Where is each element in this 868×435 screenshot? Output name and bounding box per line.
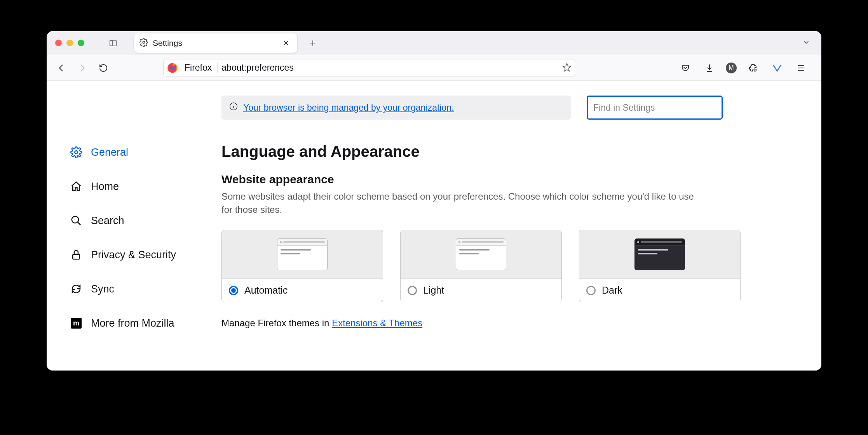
managed-org-link[interactable]: Your browser is being managed by your or… xyxy=(243,103,454,113)
radio-icon xyxy=(586,286,596,295)
bookmark-star-button[interactable] xyxy=(562,63,572,73)
svg-rect-7 xyxy=(73,254,80,259)
url-bar[interactable]: Firefox about:preferences xyxy=(163,59,575,77)
vimium-icon[interactable] xyxy=(769,60,785,76)
radio-icon xyxy=(408,286,417,295)
tab-settings[interactable]: Settings ✕ xyxy=(134,33,297,53)
svg-rect-0 xyxy=(110,40,117,46)
sidebar-item-more-mozilla[interactable]: m More from Mozilla xyxy=(70,306,210,340)
svg-point-2 xyxy=(143,41,145,44)
subsection-description: Some websites adapt their color scheme b… xyxy=(221,190,695,216)
app-menu-button[interactable] xyxy=(793,60,809,76)
find-in-settings-input[interactable] xyxy=(593,103,716,113)
preview-automatic xyxy=(222,230,383,278)
svg-point-4 xyxy=(170,65,175,70)
back-button[interactable] xyxy=(54,60,69,76)
appearance-options: Automatic Light xyxy=(221,230,802,302)
browser-window: Settings ✕ Firefox about:preferences xyxy=(47,31,821,371)
radio-icon xyxy=(229,286,238,295)
info-icon xyxy=(229,102,238,113)
sidebar-item-search[interactable]: Search xyxy=(70,204,210,238)
window-controls xyxy=(55,40,84,46)
tab-title: Settings xyxy=(153,38,276,48)
gear-icon xyxy=(139,38,148,48)
sync-icon xyxy=(70,283,82,295)
minimize-window-button[interactable] xyxy=(66,40,73,46)
lock-icon xyxy=(70,249,82,261)
themes-prefix: Manage Firefox themes in xyxy=(221,318,332,328)
forward-button[interactable] xyxy=(75,60,90,76)
sidebar-item-label: Sync xyxy=(91,283,114,295)
appearance-option-dark[interactable]: Dark xyxy=(579,230,741,302)
extensions-button[interactable] xyxy=(745,60,761,76)
svg-point-5 xyxy=(75,151,78,154)
search-icon xyxy=(70,214,82,227)
settings-sidebar: General Home Search Privacy & Security S… xyxy=(47,81,210,371)
sidebar-toggle-icon[interactable] xyxy=(108,38,118,48)
sidebar-item-label: More from Mozilla xyxy=(91,317,174,329)
preview-light xyxy=(401,230,561,278)
navigation-toolbar: Firefox about:preferences M xyxy=(47,55,821,81)
identity-label: Firefox xyxy=(182,63,218,73)
section-heading: Language and Appearance xyxy=(221,143,802,160)
sidebar-item-general[interactable]: General xyxy=(70,135,210,169)
account-button[interactable]: M xyxy=(726,63,737,73)
close-tab-button[interactable]: ✕ xyxy=(281,37,292,49)
extensions-themes-link[interactable]: Extensions & Themes xyxy=(332,318,422,328)
mozilla-icon: m xyxy=(70,317,82,329)
sidebar-item-label: Privacy & Security xyxy=(91,249,176,261)
preview-dark xyxy=(579,230,740,278)
option-label: Automatic xyxy=(244,285,288,296)
settings-main: Your browser is being managed by your or… xyxy=(210,81,821,371)
manage-themes-text: Manage Firefox themes in Extensions & Th… xyxy=(221,318,802,329)
sidebar-item-label: Search xyxy=(91,215,124,227)
gear-icon xyxy=(70,146,82,158)
appearance-option-automatic[interactable]: Automatic xyxy=(221,230,383,302)
svg-point-6 xyxy=(72,216,79,223)
sidebar-item-home[interactable]: Home xyxy=(70,169,210,204)
managed-org-banner: Your browser is being managed by your or… xyxy=(221,96,571,120)
close-window-button[interactable] xyxy=(55,40,62,46)
option-label: Light xyxy=(423,285,444,296)
url-text: about:preferences xyxy=(221,63,558,73)
list-all-tabs-button[interactable] xyxy=(802,38,810,48)
downloads-button[interactable] xyxy=(702,60,717,76)
fullscreen-window-button[interactable] xyxy=(78,40,84,46)
subsection-heading: Website appearance xyxy=(221,173,802,186)
find-in-settings-field[interactable] xyxy=(587,96,723,120)
home-icon xyxy=(70,180,82,193)
appearance-option-light[interactable]: Light xyxy=(400,230,562,302)
preferences-content: General Home Search Privacy & Security S… xyxy=(47,81,821,371)
svg-rect-1 xyxy=(110,40,112,46)
option-label: Dark xyxy=(602,285,622,296)
sidebar-item-sync[interactable]: Sync xyxy=(70,272,210,306)
new-tab-button[interactable] xyxy=(305,35,321,51)
sidebar-item-privacy[interactable]: Privacy & Security xyxy=(70,238,210,272)
toolbar-right: M xyxy=(678,60,814,76)
pocket-button[interactable] xyxy=(678,60,693,76)
reload-button[interactable] xyxy=(96,60,111,76)
sidebar-item-label: General xyxy=(91,146,128,158)
firefox-icon xyxy=(167,62,178,74)
sidebar-item-label: Home xyxy=(91,181,119,193)
titlebar: Settings ✕ xyxy=(47,31,821,55)
